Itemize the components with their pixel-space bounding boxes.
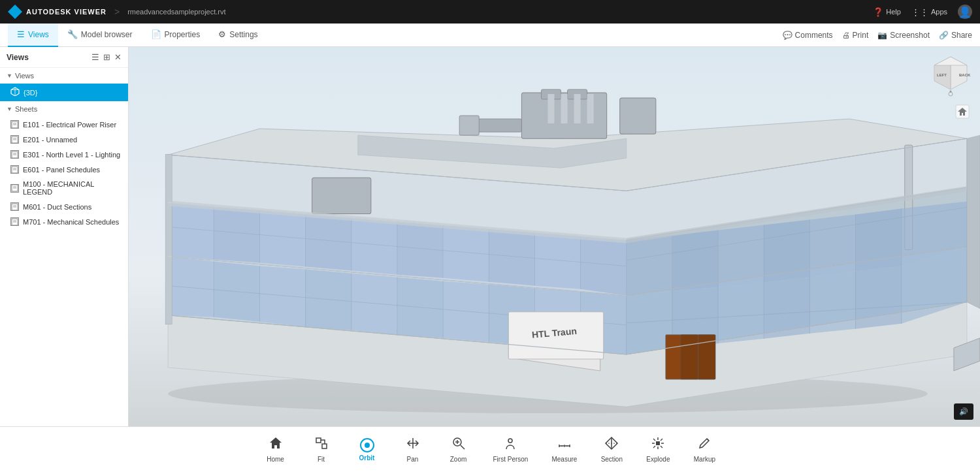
pan-tool[interactable]: Pan [390, 432, 436, 467]
measure-tool[interactable]: Measure [540, 432, 589, 467]
svg-marker-109 [809, 272, 855, 334]
svg-rect-142 [316, 438, 321, 443]
comments-button[interactable]: 💬 Comments [783, 31, 833, 40]
markup-tool[interactable]: Markup [681, 432, 727, 467]
sheet-icon-m100 [10, 184, 19, 193]
svg-rect-37 [561, 94, 568, 123]
sidebar: Views ☰ ⊞ ✕ ▼ Views {3D} [0, 47, 129, 426]
views-section-header[interactable]: ▼ Views [0, 68, 128, 84]
model-browser-tab[interactable]: 🔧 Model browser [58, 24, 142, 47]
sheet-label-e101: E101 - Electrical Power Riser [23, 121, 116, 129]
svg-rect-157 [656, 441, 660, 445]
first-person-tool-icon [503, 436, 517, 454]
3d-view-item[interactable]: {3D} [0, 84, 128, 101]
share-icon: 🔗 [939, 31, 949, 40]
fit-tool[interactable]: Fit [299, 432, 344, 467]
views-section-arrow: ▼ [7, 72, 12, 79]
svg-marker-58 [351, 218, 397, 274]
zoom-tool[interactable]: Zoom [436, 432, 482, 467]
sheets-section-header[interactable]: ▼ Sheets [0, 101, 128, 117]
apps-icon: ⋮⋮ [911, 7, 928, 17]
svg-text:BACK: BACK [959, 73, 971, 77]
svg-marker-91 [627, 235, 672, 295]
svg-marker-61 [489, 228, 534, 285]
3d-viewer[interactable]: HTL Traun [129, 47, 980, 426]
svg-line-163 [661, 446, 662, 448]
sheet-label-e301: E301 - North Level 1 - Lighting [23, 151, 120, 159]
svg-line-164 [661, 439, 662, 441]
sheet-icon-e101 [10, 120, 19, 129]
svg-rect-143 [322, 444, 327, 448]
svg-marker-63 [581, 236, 627, 295]
user-button[interactable]: 👤 [958, 5, 972, 19]
screenshot-label: Screenshot [890, 31, 930, 40]
fit-tool-icon [314, 436, 329, 454]
print-button[interactable]: 🖨 Print [842, 31, 869, 40]
share-button[interactable]: 🔗 Share [939, 31, 972, 40]
screenshot-icon: 📷 [877, 31, 887, 40]
header-logo: AUTODESK VIEWER [8, 5, 106, 19]
svg-marker-62 [534, 232, 580, 289]
properties-icon: 📄 [151, 29, 161, 39]
comments-label: Comments [795, 31, 833, 40]
svg-marker-56 [259, 210, 305, 266]
home-tool-icon [269, 436, 283, 454]
sheet-item-e201[interactable]: E201 - Unnamed [0, 132, 128, 147]
model-browser-icon: 🔧 [67, 29, 78, 39]
sheet-label-e201: E201 - Unnamed [23, 136, 77, 144]
zoom-tool-icon [451, 436, 466, 454]
explode-tool[interactable]: Explode [634, 432, 681, 467]
sidebar-close-button[interactable]: ✕ [114, 52, 122, 62]
main-content: Views ☰ ⊞ ✕ ▼ Views {3D} [0, 47, 980, 426]
svg-rect-42 [312, 178, 371, 213]
view-cube[interactable]: BACK LEFT [928, 54, 973, 99]
pan-tool-label: Pan [407, 456, 419, 463]
svg-marker-60 [443, 225, 489, 281]
breadcrumb-separator: > [114, 7, 120, 17]
sheet-item-m701[interactable]: M701 - Mechanical Schedules [0, 214, 128, 229]
zoom-tool-label: Zoom [450, 456, 467, 463]
user-icon: 👤 [958, 5, 972, 19]
sidebar-grid-view-button[interactable]: ⊞ [103, 52, 110, 62]
svg-marker-75 [214, 262, 259, 322]
views-tab[interactable]: ☰ Views [8, 24, 58, 47]
help-button[interactable]: ❓ Help [873, 7, 901, 17]
sheet-item-e601[interactable]: E601 - Panel Schedules [0, 162, 128, 177]
svg-rect-41 [459, 116, 479, 135]
markup-tool-label: Markup [694, 456, 715, 463]
svg-rect-39 [587, 94, 594, 123]
sheet-item-e301[interactable]: E301 - North Level 1 - Lighting [0, 147, 128, 162]
sheets-section-arrow: ▼ [7, 106, 12, 112]
screenshot-button[interactable]: 📷 Screenshot [877, 31, 930, 40]
views-section-label: Views [15, 72, 34, 80]
views-tab-icon: ☰ [17, 29, 25, 39]
settings-tab[interactable]: ⚙ Settings [209, 24, 267, 47]
viewer-home-button[interactable] [955, 104, 970, 121]
svg-rect-116 [681, 335, 698, 379]
header-right: ❓ Help ⋮⋮ Apps 👤 [873, 5, 972, 19]
model-browser-label: Model browser [81, 30, 133, 39]
sheet-item-e101[interactable]: E101 - Electrical Power Riser [0, 117, 128, 132]
svg-point-148 [508, 439, 512, 443]
header-left: AUTODESK VIEWER > rmeadvancedsampleproje… [8, 5, 226, 19]
svg-marker-110 [856, 266, 902, 329]
sidebar-list-view-button[interactable]: ☰ [91, 52, 99, 62]
sheet-item-m100[interactable]: M100 - MECHANICAL LEGEND [0, 177, 128, 199]
properties-tab[interactable]: 📄 Properties [142, 24, 210, 47]
sidebar-header-actions: ☰ ⊞ ✕ [91, 52, 122, 62]
orbit-tool-label: Orbit [359, 454, 375, 462]
first-person-tool[interactable]: First Person [482, 432, 540, 467]
apps-button[interactable]: ⋮⋮ Apps [911, 7, 947, 17]
feedback-button[interactable]: 🔊 [954, 403, 973, 420]
pan-tool-icon [406, 436, 420, 454]
svg-line-165 [653, 446, 655, 448]
sheet-item-m601[interactable]: M601 - Duct Sections [0, 199, 128, 214]
settings-icon: ⚙ [218, 29, 226, 39]
3d-view-label: {3D} [24, 89, 37, 97]
home-tool[interactable]: Home [253, 432, 299, 467]
section-tool[interactable]: Section [589, 432, 634, 467]
svg-marker-92 [672, 230, 718, 291]
help-label: Help [886, 8, 901, 16]
svg-marker-57 [306, 214, 351, 270]
orbit-tool[interactable]: Orbit [344, 434, 390, 465]
